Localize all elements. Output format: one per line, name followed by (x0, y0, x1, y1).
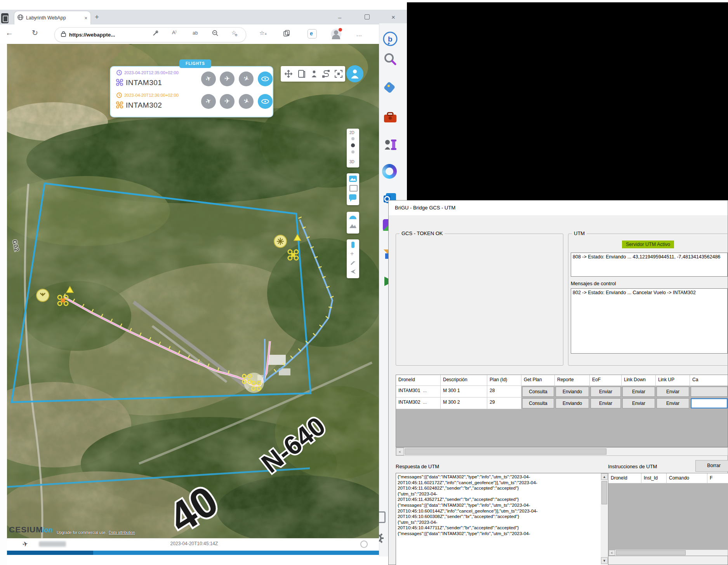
flight-button[interactable]: ✈ (220, 94, 235, 109)
window-close-button[interactable]: × (387, 12, 400, 23)
consulta-button[interactable]: Consulta (522, 398, 554, 408)
col-header[interactable]: F (707, 473, 728, 483)
utm-estado-textbox[interactable]: 808 -> Estado: Enviando ... 43,121949594… (571, 253, 728, 277)
bing-chat-icon[interactable]: b (381, 30, 399, 48)
slider-handle[interactable] (351, 143, 355, 147)
linkdown-button[interactable]: Enviar (622, 398, 655, 408)
window-maximize-button[interactable] (360, 12, 374, 23)
inst-hscrollbar[interactable]: < (608, 549, 728, 556)
takeoff-button[interactable]: ✈ (201, 71, 216, 86)
reporte-button[interactable]: Enviando (556, 387, 589, 397)
scroll-up-icon[interactable]: ▲ (601, 473, 608, 480)
landing-button[interactable]: ✈ (239, 71, 254, 86)
timeline-bar[interactable] (93, 551, 379, 555)
translate-icon[interactable]: ab (193, 30, 198, 36)
col-header[interactable]: Descripción (441, 375, 487, 386)
col-header[interactable]: DroneId (608, 473, 641, 483)
eof-button[interactable]: Enviar (591, 398, 621, 408)
chat-bubble-icon[interactable] (349, 194, 356, 200)
col-header[interactable]: Comando (667, 473, 707, 483)
pen-icon[interactable] (350, 260, 356, 267)
dome-icon[interactable] (349, 214, 357, 221)
scroll-down-icon[interactable]: ▼ (601, 557, 608, 564)
timeline-bar-elapsed[interactable] (7, 551, 93, 555)
menu-dots-button[interactable]: ... (356, 31, 362, 37)
reporte-button[interactable]: Enviando (556, 398, 589, 408)
timeline-handle[interactable] (360, 541, 368, 548)
view-2d-label[interactable]: 2D (349, 131, 354, 135)
col-header[interactable]: EoF (590, 375, 622, 386)
profile-avatar[interactable] (331, 29, 341, 39)
respuesta-vscrollbar[interactable]: ▲ ▼ (601, 473, 608, 565)
back-button[interactable]: ← (5, 28, 13, 37)
window-minimize-button[interactable]: – (333, 12, 346, 23)
flights-panel-tab[interactable]: FLIGHTS (179, 59, 211, 68)
col-header[interactable]: Reporte (555, 375, 590, 386)
shopping-tag-icon[interactable] (382, 80, 398, 96)
search-icon[interactable] (382, 51, 398, 68)
col-header[interactable]: Link Down (622, 375, 656, 386)
col-header[interactable]: Inst_Id (641, 473, 667, 483)
zoom-out-icon[interactable] (212, 30, 219, 38)
cell-plan[interactable]: 28 (487, 386, 521, 398)
scroll-left-icon[interactable]: < (609, 550, 615, 556)
linkup-button[interactable]: Enviar (657, 387, 689, 397)
performance-ring-icon[interactable] (382, 164, 397, 179)
mensajes-textbox[interactable]: 802 -> Estado: Enviando ... Cancelar Vue… (571, 288, 728, 354)
grid-hscrollbar[interactable]: < (396, 447, 728, 456)
cell-desc[interactable]: M 300 2 (441, 398, 487, 409)
imagery-icon[interactable] (349, 176, 357, 182)
scan-area-tool-icon[interactable] (334, 69, 343, 80)
layers-tool-icon[interactable] (297, 69, 306, 80)
col-header[interactable]: Plan (Id) (487, 375, 521, 386)
scroll-thumb[interactable] (601, 481, 607, 504)
move-tool-icon[interactable] (284, 69, 293, 80)
cesium-map[interactable]: N-640 40 G02 CESIUMion Upgrade for comme… (7, 44, 379, 538)
frame-icon[interactable] (349, 185, 358, 192)
cell-desc[interactable]: M 300 1 (441, 386, 487, 398)
visibility-button[interactable] (258, 71, 273, 86)
view-mode-slider[interactable]: 2D 3D (347, 129, 359, 167)
consulta-button[interactable]: Consulta (522, 387, 554, 397)
browser-tab[interactable]: Labyrinth WebApp × (14, 11, 90, 24)
view-3d-label[interactable]: 3D (349, 160, 354, 164)
respuesta-textarea[interactable]: {"messages":[{"data":"INTAM302","type":"… (396, 473, 608, 565)
collections-icon[interactable] (283, 30, 290, 38)
favorite-star-icon[interactable]: ☆⚙ (231, 30, 239, 36)
cesium-attribution[interactable]: Upgrade for commercial use. Data attribu… (57, 530, 135, 535)
scroll-thumb[interactable] (616, 550, 686, 555)
visibility-button[interactable] (258, 94, 273, 109)
add-icon[interactable]: + (350, 250, 354, 257)
landing-button[interactable]: ✈ (239, 94, 254, 109)
col-header[interactable]: Get Plan (521, 375, 555, 386)
eof-button[interactable]: Enviar (591, 387, 621, 397)
drone-grid[interactable]: DroneId Descripción Plan (Id) Get Plan R… (396, 375, 728, 447)
cell-droneid[interactable]: INTAM302 ... (396, 398, 441, 409)
cesium-logo[interactable]: CESIUMion (9, 525, 53, 534)
search-pen-icon[interactable] (152, 30, 158, 38)
mountain-icon[interactable] (349, 223, 357, 230)
send-arrow-icon[interactable] (350, 269, 356, 276)
scroll-thumb[interactable] (405, 448, 606, 455)
read-aloud-icon[interactable]: A) (172, 30, 176, 35)
new-tab-button[interactable]: + (95, 13, 99, 21)
brigu-title-bar[interactable]: BriGU - Bridge GCS - UTM (389, 201, 728, 215)
takeoff-button[interactable]: ✈ (201, 94, 216, 109)
tab-close-icon[interactable]: × (84, 15, 87, 21)
scroll-left-icon[interactable]: < (396, 448, 404, 455)
flight-button[interactable]: ✈ (220, 71, 235, 86)
browser-essentials-icon[interactable]: e (308, 29, 317, 38)
cell-droneid[interactable]: INTAM301 ... (396, 386, 441, 398)
borrar-button[interactable]: Borrar (695, 460, 728, 472)
refresh-button[interactable]: ↻ (32, 28, 38, 37)
favorites-bar-icon[interactable]: ☆≡ (259, 30, 267, 37)
cancel-button-focused[interactable] (691, 398, 728, 408)
col-header[interactable]: Ca (690, 375, 728, 386)
cell-plan[interactable]: 29 (487, 398, 521, 409)
measure-bar-icon[interactable] (351, 242, 354, 248)
instrucciones-grid[interactable]: DroneId Inst_Id Comando F < (608, 473, 728, 556)
cancel-button[interactable] (691, 387, 728, 397)
col-header[interactable]: Link UP (656, 375, 690, 386)
tracking-mode-button[interactable] (346, 65, 363, 82)
col-header[interactable]: DroneId (396, 375, 441, 386)
